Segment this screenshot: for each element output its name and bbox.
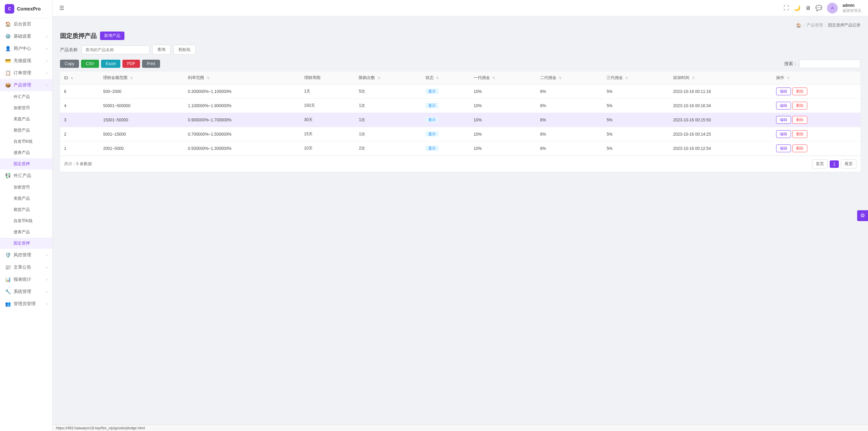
- sidebar-item-管理员管理[interactable]: 👥管理员管理‹: [0, 298, 52, 310]
- chevron-icon-管理员管理: ‹: [46, 302, 47, 306]
- col-amount-range[interactable]: 理财金额范围 ⇅: [99, 72, 184, 84]
- edit-button[interactable]: 编辑: [776, 144, 791, 152]
- col-limit[interactable]: 限购次数 ⇅: [355, 72, 421, 84]
- edit-button[interactable]: 编辑: [776, 116, 791, 124]
- sidebar-item-外汇产品[interactable]: 💱外汇产品: [0, 170, 52, 182]
- data-table-wrap: ID ⇅ 理财金额范围 ⇅ 利率范围 ⇅ 理财周期 限购次数 ⇅ 状态 ⇅ 一代…: [60, 72, 861, 172]
- edit-button[interactable]: 编辑: [776, 87, 791, 95]
- sidebar-item-固定质押[interactable]: 固定质押: [0, 238, 52, 249]
- sidebar-subitem-期货产品[interactable]: 期货产品: [0, 125, 52, 136]
- first-page-button[interactable]: 首页: [812, 159, 828, 169]
- excel-button[interactable]: Excel: [101, 60, 120, 68]
- sidebar-item-报表统计[interactable]: 📊报表统计‹: [0, 273, 52, 286]
- sidebar-label-外汇产品: 外汇产品: [14, 173, 31, 179]
- cell-extra-3: 2023-10-16 00:15:50: [669, 113, 772, 127]
- table-header-row: ID ⇅ 理财金额范围 ⇅ 利率范围 ⇅ 理财周期 限购次数 ⇅ 状态 ⇅ 一代…: [60, 72, 861, 84]
- cell-1: 500~2000: [99, 84, 184, 99]
- col-comm2[interactable]: 二代佣金 ⇅: [536, 72, 603, 84]
- sidebar-item-基础设置[interactable]: ⚙️基础设置‹: [0, 30, 52, 42]
- search-input[interactable]: [82, 45, 150, 54]
- col-comm1[interactable]: 一代佣金 ⇅: [470, 72, 536, 84]
- sidebar-item-产品管理[interactable]: 📦产品管理‹: [0, 79, 52, 91]
- reset-button[interactable]: 初始化: [173, 45, 196, 55]
- sidebar-item-风控管理[interactable]: 🛡️风控管理‹: [0, 249, 52, 261]
- breadcrumb-home-icon[interactable]: 🏠: [796, 23, 801, 28]
- sidebar-item-加密货币[interactable]: 加密货币: [0, 182, 52, 193]
- copy-button[interactable]: Copy: [60, 60, 79, 68]
- csv-button[interactable]: CSV: [81, 60, 99, 68]
- sidebar-subitem-债券产品[interactable]: 债券产品: [0, 147, 52, 158]
- sidebar-label-系统管理: 系统管理: [14, 289, 31, 295]
- sidebar-subitem-加密货币[interactable]: 加密货币: [0, 102, 52, 114]
- sidebar-subitem-自发币K线[interactable]: 自发币K线: [0, 136, 52, 147]
- sidebar-icon-风控管理: 🛡️: [5, 252, 11, 258]
- fullscreen-icon[interactable]: ⛶: [784, 5, 789, 11]
- sidebar-item-用户中心[interactable]: 👤用户中心‹: [0, 42, 52, 55]
- col-period[interactable]: 理财周期: [300, 72, 355, 84]
- col-comm3[interactable]: 三代佣金 ⇅: [603, 72, 669, 84]
- sidebar-item-系统管理[interactable]: 🔧系统管理‹: [0, 286, 52, 298]
- sidebar-item-美股产品[interactable]: 美股产品: [0, 193, 52, 204]
- col-id[interactable]: ID ⇅: [60, 72, 99, 84]
- cell-4: 5次: [355, 84, 421, 99]
- avatar[interactable]: A: [827, 3, 838, 14]
- pdf-button[interactable]: PDF: [122, 60, 140, 68]
- sidebar-item-充值提现[interactable]: 💳充值提现‹: [0, 55, 52, 67]
- cell-3: 10天: [300, 141, 355, 156]
- delete-button[interactable]: 删除: [792, 130, 807, 138]
- table-row: 6500~20000.300000%~1.100000%1天5次显示10%8%5…: [60, 84, 861, 99]
- col-rate-range[interactable]: 利率范围 ⇅: [184, 72, 300, 84]
- delete-button[interactable]: 删除: [792, 144, 807, 152]
- query-button[interactable]: 查询: [152, 45, 171, 55]
- menu-toggle-icon[interactable]: ☰: [59, 5, 64, 11]
- sidebar-item-订单管理[interactable]: 📋订单管理‹: [0, 67, 52, 79]
- edit-button[interactable]: 编辑: [776, 130, 791, 138]
- message-icon[interactable]: 💬: [815, 5, 822, 11]
- edit-button[interactable]: 编辑: [776, 102, 791, 110]
- page-header: 固定质押产品 新增产品: [60, 32, 861, 40]
- sidebar-icon-管理员管理: 👥: [5, 301, 11, 307]
- cell-2: 1.100000%~1.900000%: [184, 99, 300, 113]
- sidebar-item-后台首页[interactable]: 🏠后台首页: [0, 18, 52, 30]
- delete-button[interactable]: 删除: [792, 102, 807, 110]
- col-status[interactable]: 状态 ⇅: [421, 72, 470, 84]
- last-page-button[interactable]: 尾页: [841, 159, 856, 169]
- table-footer: 共计：5 条数据 首页 1 尾页: [60, 156, 861, 172]
- sidebar-subitem-外汇产品[interactable]: 外汇产品: [0, 91, 52, 102]
- sidebar: C ComexPro 🏠后台首页⚙️基础设置‹👤用户中心‹💳充值提现‹📋订单管理…: [0, 0, 53, 431]
- cell-extra-1: 8%: [536, 141, 603, 156]
- sidebar-subitem-美股产品[interactable]: 美股产品: [0, 114, 52, 125]
- table-search-input[interactable]: [800, 59, 861, 68]
- col-action: 操作 ⇅: [772, 72, 861, 84]
- cell-3: 1天: [300, 84, 355, 99]
- chevron-icon-风控管理: ‹: [46, 253, 47, 257]
- table-row: 315001~500000.900000%~1.700000%30天1次显示10…: [60, 113, 861, 127]
- delete-button[interactable]: 删除: [792, 116, 807, 124]
- chevron-icon-用户中心: ‹: [46, 46, 47, 51]
- sidebar-subitem-固定质押[interactable]: 固定质押: [0, 158, 52, 170]
- table-row: 25001~150000.700000%~1.500000%15天1次显示10%…: [60, 127, 861, 141]
- cell-0: 4: [60, 99, 99, 113]
- cell-2: 0.700000%~1.500000%: [184, 127, 300, 141]
- screen-icon[interactable]: 🖥: [805, 5, 811, 11]
- delete-button[interactable]: 删除: [792, 87, 807, 95]
- theme-icon[interactable]: 🌙: [794, 5, 801, 11]
- cell-extra-3: 2023-10-16 00:16:34: [669, 99, 772, 113]
- sidebar-item-文章公告[interactable]: 📰文章公告‹: [0, 261, 52, 273]
- status-badge: 显示: [426, 145, 438, 151]
- cell-1: 2001~5000: [99, 141, 184, 156]
- logo: C ComexPro: [0, 0, 52, 18]
- new-product-button[interactable]: 新增产品: [100, 32, 124, 40]
- sidebar-item-自发币K线[interactable]: 自发币K线: [0, 215, 52, 227]
- sidebar-item-债券产品[interactable]: 债券产品: [0, 227, 52, 238]
- breadcrumb-level1[interactable]: 产品管理: [807, 22, 823, 28]
- chevron-icon-基础设置: ‹: [46, 34, 47, 38]
- pagination: 首页 1 尾页: [812, 159, 856, 169]
- current-page-number[interactable]: 1: [830, 160, 839, 168]
- settings-widget[interactable]: ⚙: [857, 210, 868, 221]
- sidebar-icon-后台首页: 🏠: [5, 21, 11, 27]
- sidebar-item-期货产品[interactable]: 期货产品: [0, 204, 52, 215]
- print-button[interactable]: Print: [142, 60, 160, 68]
- col-add-time[interactable]: 添加时间 ⇅: [669, 72, 772, 84]
- table-search: 搜索：: [784, 59, 861, 68]
